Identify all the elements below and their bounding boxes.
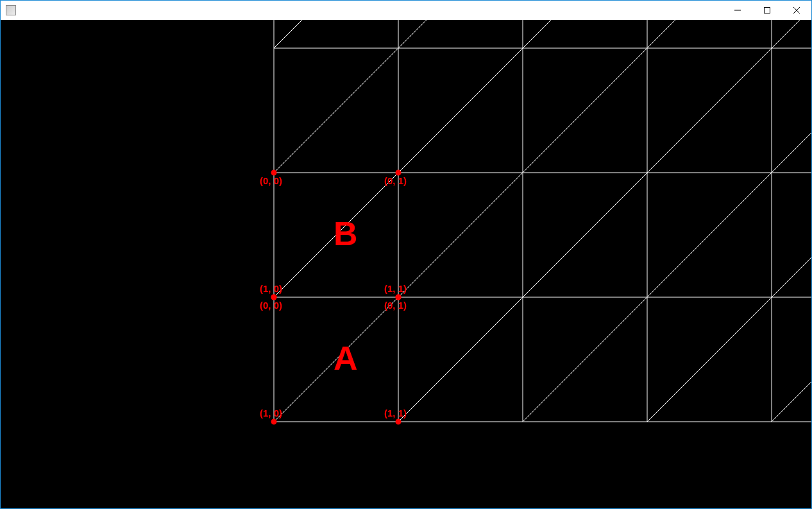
vertex-point — [396, 419, 402, 425]
maximize-icon — [764, 7, 770, 13]
grid-line — [647, 20, 772, 48]
grid-line — [772, 297, 811, 422]
app-icon — [6, 5, 16, 15]
grid-line — [398, 297, 523, 422]
grid-line — [647, 297, 772, 422]
maximize-button[interactable] — [752, 1, 782, 20]
grid-line — [398, 20, 523, 48]
grid-line — [772, 173, 811, 297]
coord-label-tr: (0, 1) — [384, 175, 407, 186]
close-icon — [793, 7, 800, 13]
grid-line — [274, 20, 398, 48]
coord-label-br: (1, 1) — [384, 408, 407, 418]
svg-rect-1 — [765, 8, 770, 13]
minimize-button[interactable] — [723, 1, 752, 20]
grid-line — [523, 20, 647, 48]
grid-line — [523, 173, 647, 297]
app-window: (0, 0)(0, 1)(1, 0)(1, 1)(0, 0)(0, 1)(1, … — [0, 0, 812, 509]
coord-label-br: (1, 1) — [384, 283, 407, 294]
grid-line — [772, 48, 811, 173]
grid-line — [274, 48, 398, 173]
coord-label-tl: (0, 0) — [260, 300, 282, 311]
grid-line — [398, 173, 523, 297]
titlebar[interactable] — [1, 1, 811, 20]
mesh-diagram: (0, 0)(0, 1)(1, 0)(1, 1)(0, 0)(0, 1)(1, … — [1, 20, 811, 508]
cell-label-B: B — [334, 215, 358, 252]
grid-line — [647, 173, 772, 297]
close-button[interactable] — [782, 1, 811, 20]
minimize-icon — [734, 7, 741, 13]
grid-line — [398, 48, 523, 173]
grid-line — [772, 20, 811, 48]
grid-line — [523, 297, 647, 422]
vertex-point — [271, 419, 277, 425]
coord-label-tl: (0, 0) — [260, 175, 282, 186]
coord-label-bl: (1, 0) — [260, 408, 282, 418]
cell-label-A: A — [334, 340, 358, 377]
canvas-area: (0, 0)(0, 1)(1, 0)(1, 1)(0, 0)(0, 1)(1, … — [1, 20, 811, 508]
grid-line — [523, 48, 647, 173]
coord-label-bl: (1, 0) — [260, 283, 282, 294]
grid-line — [647, 48, 772, 173]
coord-label-tr: (0, 1) — [384, 300, 407, 311]
